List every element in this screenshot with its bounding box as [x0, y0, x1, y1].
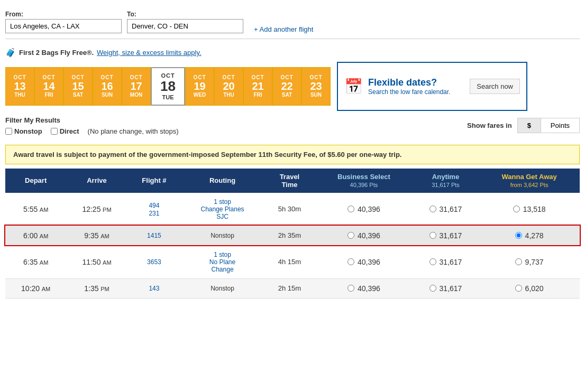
to-input[interactable] [127, 19, 243, 33]
any-pts: 31,617 [440, 205, 462, 213]
biz-select-price[interactable]: 40,396 [315, 193, 413, 226]
bags-link[interactable]: Weight, size & excess limits apply. [97, 49, 201, 57]
biz-select-price[interactable]: 40,396 [315, 278, 413, 298]
depart-ampm: AM [40, 259, 49, 266]
fares-toggle-group: $ Points [517, 118, 580, 133]
dollar-toggle[interactable]: $ [518, 118, 541, 133]
date-cell-oct-22[interactable]: OCT 22 SAT [272, 67, 301, 106]
award-notice: Award travel is subject to payment of th… [5, 145, 580, 164]
flight-depart: 5:55 AM [5, 193, 66, 226]
date-cell-oct-20[interactable]: OCT 20 THU [214, 67, 243, 106]
wga-radio-group[interactable]: 9,737 [484, 258, 574, 266]
any-pts: 31,617 [440, 284, 462, 293]
bags-bold: First 2 Bags Fly Free®. [19, 49, 94, 57]
wga-price[interactable]: 6,020 [479, 278, 580, 298]
points-toggle[interactable]: Points [541, 118, 579, 133]
anytime-price[interactable]: 31,617 [413, 226, 479, 245]
flight-num-value: 494 [149, 202, 159, 209]
depart-time: 5:55 [23, 205, 38, 213]
table-row: 5:55 AM12:25 PM4942311 stopChange Planes… [5, 193, 580, 226]
nonstop-checkbox[interactable] [5, 128, 12, 135]
flight-depart: 10:20 AM [5, 278, 66, 298]
any-radio-group[interactable]: 31,617 [418, 284, 474, 293]
wga-radio-group[interactable]: 13,518 [484, 205, 574, 213]
any-radio[interactable] [429, 206, 436, 212]
date-cell-oct-18[interactable]: OCT 18 TUE [151, 67, 185, 106]
biz-radio[interactable] [348, 258, 354, 265]
routing-plain: Nonstop [211, 232, 234, 239]
wga-radio[interactable] [513, 206, 520, 212]
flight-arrive: 1:35 PM [66, 278, 127, 298]
direct-checkbox[interactable] [51, 128, 58, 135]
routing-link[interactable]: 1 stopChange PlanesSJC [186, 198, 259, 220]
biz-select-price[interactable]: 40,396 [315, 245, 413, 278]
flight-number: 1415 [127, 226, 181, 245]
date-cell-oct-15[interactable]: OCT 15 SAT [63, 67, 93, 106]
direct-filter-label[interactable]: Direct [51, 127, 79, 135]
date-cell-oct-19[interactable]: OCT 19 WED [185, 67, 214, 106]
wga-radio[interactable] [515, 258, 522, 265]
date-cell-oct-23[interactable]: OCT 23 SUN [301, 67, 331, 106]
wga-price[interactable]: 4,278 [479, 226, 580, 245]
arrive-ampm: AM [100, 233, 109, 239]
flight-arrive: 9:35 AM [66, 226, 127, 245]
flight-number: 3653 [127, 245, 181, 278]
wga-radio-group[interactable]: 4,278 [484, 231, 574, 240]
anytime-price[interactable]: 31,617 [413, 245, 479, 278]
any-radio-group[interactable]: 31,617 [418, 231, 474, 240]
any-radio[interactable] [429, 258, 436, 265]
bags-notice: 🧳 First 2 Bags Fly Free®. Weight, size &… [5, 43, 580, 62]
date-day: 23 [310, 80, 322, 92]
search-now-button[interactable]: Search now [470, 79, 520, 94]
wga-price[interactable]: 9,737 [479, 245, 580, 278]
any-radio[interactable] [429, 285, 436, 292]
depart-time: 6:00 [23, 231, 38, 240]
filter-left: Filter My Results Nonstop Direct (No pla… [5, 116, 179, 135]
flight-arrive: 12:25 PM [66, 193, 127, 226]
biz-radio-group[interactable]: 40,396 [321, 284, 407, 293]
flight-routing[interactable]: 1 stopChange PlanesSJC [181, 193, 264, 226]
date-month: OCT [309, 74, 322, 80]
date-cell-oct-17[interactable]: OCT 17 MON [122, 67, 151, 106]
biz-pts: 40,396 [358, 205, 380, 213]
date-dayname: SAT [282, 92, 292, 98]
wga-radio-group[interactable]: 6,020 [484, 284, 574, 293]
date-cell-oct-13[interactable]: OCT 13 THU [5, 67, 34, 106]
date-cell-oct-21[interactable]: OCT 21 FRI [243, 67, 272, 106]
biz-radio[interactable] [348, 285, 354, 292]
date-cell-oct-14[interactable]: OCT 14 FRI [34, 67, 63, 106]
biz-radio[interactable] [348, 206, 354, 212]
add-flight-link[interactable]: + Add another flight [254, 25, 313, 33]
anytime-price[interactable]: 31,617 [413, 193, 479, 226]
biz-radio-group[interactable]: 40,396 [321, 258, 407, 266]
depart-time: 10:20 [21, 284, 40, 293]
routing-link[interactable]: 1 stopNo PlaneChange [186, 251, 259, 273]
biz-radio-group[interactable]: 40,396 [321, 205, 407, 213]
biz-radio-group[interactable]: 40,396 [321, 231, 407, 240]
anytime-price[interactable]: 31,617 [413, 278, 479, 298]
date-dayname: SAT [73, 92, 83, 98]
date-cell-oct-16[interactable]: OCT 16 SUN [93, 67, 122, 106]
table-row: 6:35 AM11:50 AM36531 stopNo PlaneChange4… [5, 245, 580, 278]
nonstop-filter-label[interactable]: Nonstop [5, 127, 42, 135]
date-day: 15 [72, 80, 84, 92]
col-depart: Depart [5, 169, 66, 193]
date-month: OCT [71, 74, 84, 80]
any-radio-group[interactable]: 31,617 [418, 258, 474, 266]
wga-price[interactable]: 13,518 [479, 193, 580, 226]
depart-ampm: AM [42, 286, 51, 292]
from-input[interactable] [5, 19, 122, 33]
wga-radio[interactable] [515, 232, 522, 239]
any-radio[interactable] [429, 232, 436, 239]
date-month: OCT [100, 74, 113, 80]
biz-radio[interactable] [348, 232, 354, 239]
date-selector: OCT 13 THU OCT 14 FRI OCT 15 SAT OCT 16 … [5, 67, 331, 106]
search-bar: From: To: + Add another flight [5, 5, 580, 39]
biz-select-price[interactable]: 40,396 [315, 226, 413, 245]
wga-radio[interactable] [515, 285, 522, 292]
biz-pts: 40,396 [358, 231, 380, 240]
date-day: 21 [252, 80, 263, 92]
any-radio-group[interactable]: 31,617 [418, 205, 474, 213]
flight-routing[interactable]: 1 stopNo PlaneChange [181, 245, 264, 278]
flight-depart: 6:00 AM [5, 226, 66, 245]
